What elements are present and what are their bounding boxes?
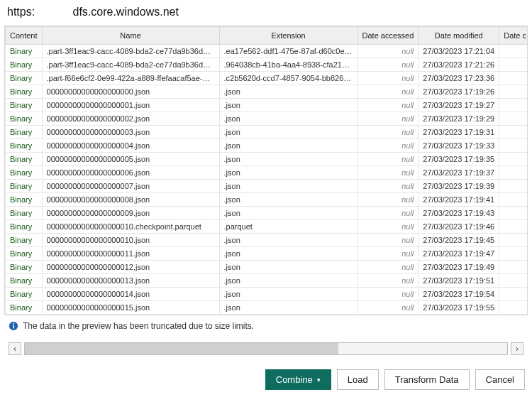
cell-content[interactable]: Binary <box>6 139 43 153</box>
cell-date-modified: 27/03/2023 17:19:41 <box>419 193 499 207</box>
scroll-track[interactable] <box>24 342 508 355</box>
cell-content[interactable]: Binary <box>6 193 43 207</box>
cell-content[interactable]: Binary <box>6 247 43 261</box>
cell-name: .part-3ff1eac9-cacc-4089-bda2-ce77da9b36… <box>42 58 219 72</box>
svg-rect-2 <box>13 323 14 325</box>
table-row[interactable]: Binary.part-3ff1eac9-cacc-4089-bda2-ce77… <box>6 45 528 58</box>
cell-date-created <box>499 207 528 220</box>
cell-content[interactable]: Binary <box>6 58 43 72</box>
col-header-date-accessed[interactable]: Date accessed <box>358 27 419 45</box>
col-header-date-created[interactable]: Date c <box>499 27 528 45</box>
col-header-date-modified[interactable]: Date modified <box>419 27 499 45</box>
table-row[interactable]: Binary00000000000000000004.json.jsonnull… <box>6 139 528 153</box>
table-row[interactable]: Binary00000000000000000002.json.jsonnull… <box>6 112 528 126</box>
cell-name: 00000000000000000002.json <box>42 112 219 126</box>
cell-name: 00000000000000000004.json <box>42 139 219 153</box>
cell-date-accessed: null <box>358 112 419 126</box>
cancel-button[interactable]: Cancel <box>475 369 525 390</box>
cell-date-created <box>499 193 528 207</box>
table-row[interactable]: Binary00000000000000000013.json.jsonnull… <box>6 274 528 288</box>
cell-extension: .json <box>219 288 358 301</box>
cell-date-modified: 27/03/2023 17:19:43 <box>419 207 499 220</box>
cell-content[interactable]: Binary <box>6 207 43 220</box>
horizontal-scrollbar[interactable]: ‹ › <box>4 334 528 358</box>
cell-date-accessed: null <box>358 301 419 315</box>
table-row[interactable]: Binary00000000000000000010.checkpoint.pa… <box>6 220 528 234</box>
scroll-right-button[interactable]: › <box>511 342 523 355</box>
cell-date-modified: 27/03/2023 17:19:26 <box>419 85 499 99</box>
cell-extension: .json <box>219 166 358 180</box>
cell-content[interactable]: Binary <box>6 274 43 288</box>
cell-content[interactable]: Binary <box>6 45 43 58</box>
cell-content[interactable]: Binary <box>6 85 43 99</box>
cell-date-modified: 27/03/2023 17:19:45 <box>419 234 499 247</box>
table-header-row: Content Name Extension Date accessed Dat… <box>6 27 528 45</box>
transform-data-button[interactable]: Transform Data <box>384 369 470 390</box>
load-button[interactable]: Load <box>337 369 379 390</box>
table-row[interactable]: Binary00000000000000000006.json.jsonnull… <box>6 166 528 180</box>
table-row[interactable]: Binary00000000000000000003.json.jsonnull… <box>6 126 528 139</box>
table-row[interactable]: Binary00000000000000000015.json.jsonnull… <box>6 301 528 315</box>
cell-content[interactable]: Binary <box>6 153 43 166</box>
table-row[interactable]: Binary00000000000000000007.json.jsonnull… <box>6 180 528 193</box>
table-row[interactable]: Binary00000000000000000008.json.jsonnull… <box>6 193 528 207</box>
cell-content[interactable]: Binary <box>6 99 43 112</box>
cell-date-created <box>499 288 528 301</box>
col-header-name[interactable]: Name <box>42 27 219 45</box>
cell-date-modified: 27/03/2023 17:19:54 <box>419 288 499 301</box>
cell-content[interactable]: Binary <box>6 288 43 301</box>
table-row[interactable]: Binary00000000000000000000.json.jsonnull… <box>6 85 528 99</box>
cell-date-created <box>499 220 528 234</box>
cell-content[interactable]: Binary <box>6 72 43 85</box>
cell-extension: .json <box>219 85 358 99</box>
cell-name: 00000000000000000005.json <box>42 153 219 166</box>
table-row[interactable]: Binary00000000000000000014.json.jsonnull… <box>6 288 528 301</box>
table-row[interactable]: Binary00000000000000000009.json.jsonnull… <box>6 207 528 220</box>
cell-content[interactable]: Binary <box>6 112 43 126</box>
table-row[interactable]: Binary00000000000000000005.json.jsonnull… <box>6 153 528 166</box>
cell-name: 00000000000000000010.json <box>42 234 219 247</box>
cell-date-created <box>499 112 528 126</box>
cell-content[interactable]: Binary <box>6 166 43 180</box>
cell-date-accessed: null <box>358 72 419 85</box>
cell-extension: .json <box>219 193 358 207</box>
load-button-label: Load <box>348 374 368 385</box>
cell-content[interactable]: Binary <box>6 126 43 139</box>
cell-date-accessed: null <box>358 207 419 220</box>
cell-name: 00000000000000000001.json <box>42 99 219 112</box>
cell-date-modified: 27/03/2023 17:19:31 <box>419 126 499 139</box>
cell-date-accessed: null <box>358 234 419 247</box>
transform-button-label: Transform Data <box>395 374 459 385</box>
cell-extension: .json <box>219 301 358 315</box>
combine-button[interactable]: Combine ▾ <box>265 369 331 390</box>
cell-content[interactable]: Binary <box>6 234 43 247</box>
table-row[interactable]: Binary00000000000000000001.json.jsonnull… <box>6 99 528 112</box>
footer-buttons: Combine ▾ Load Transform Data Cancel <box>4 362 528 393</box>
svg-rect-1 <box>13 325 14 329</box>
table-row[interactable]: Binary00000000000000000010.json.jsonnull… <box>6 234 528 247</box>
scroll-thumb[interactable] <box>25 343 338 354</box>
cell-date-modified: 27/03/2023 17:19:33 <box>419 139 499 153</box>
cell-content[interactable]: Binary <box>6 301 43 315</box>
cell-extension: .json <box>219 112 358 126</box>
col-header-extension[interactable]: Extension <box>219 27 358 45</box>
cell-date-modified: 27/03/2023 17:19:47 <box>419 247 499 261</box>
cell-content[interactable]: Binary <box>6 261 43 274</box>
cell-date-accessed: null <box>358 58 419 72</box>
cell-content[interactable]: Binary <box>6 180 43 193</box>
cell-date-created <box>499 99 528 112</box>
chevron-right-icon: › <box>516 344 519 354</box>
col-header-content[interactable]: Content <box>6 27 43 45</box>
cell-date-created <box>499 58 528 72</box>
cell-content[interactable]: Binary <box>6 220 43 234</box>
chevron-left-icon: ‹ <box>13 344 16 354</box>
table-row[interactable]: Binary00000000000000000012.json.jsonnull… <box>6 261 528 274</box>
cell-date-created <box>499 234 528 247</box>
table-row[interactable]: Binary00000000000000000011.json.jsonnull… <box>6 247 528 261</box>
table-row[interactable]: Binary.part-3ff1eac9-cacc-4089-bda2-ce77… <box>6 58 528 72</box>
cell-date-accessed: null <box>358 288 419 301</box>
cell-name: 00000000000000000010.checkpoint.parquet <box>42 220 219 234</box>
cell-date-accessed: null <box>358 166 419 180</box>
table-row[interactable]: Binary.part-f66e6cf2-0e99-422a-a889-ffef… <box>6 72 528 85</box>
scroll-left-button[interactable]: ‹ <box>9 342 21 355</box>
